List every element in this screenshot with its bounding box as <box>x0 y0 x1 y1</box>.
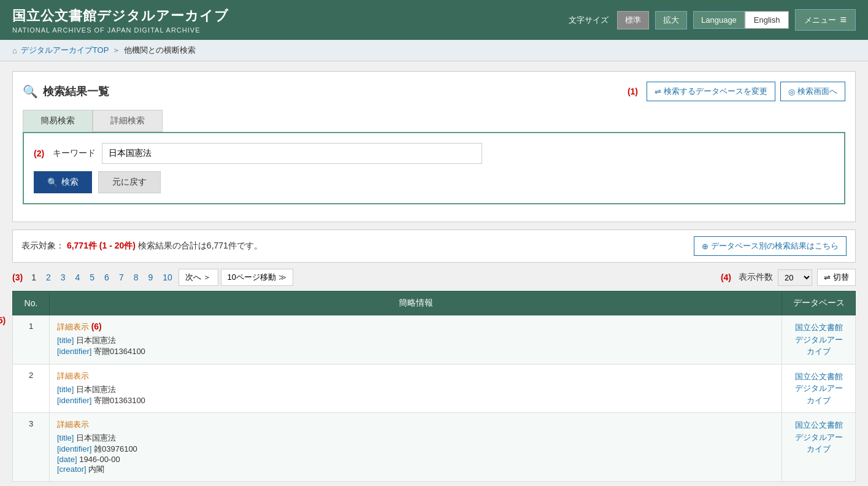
switch-icon: ⇌ <box>824 273 831 282</box>
row-2-detail-link[interactable]: 詳細表示 <box>57 371 89 382</box>
row-2-detail-row: 詳細表示 <box>57 371 774 384</box>
row-1-db-link[interactable]: 国立公文書館デジタルアーカイブ <box>795 323 843 356</box>
tab-advanced-label: 詳細検索 <box>110 115 145 125</box>
row-3-no: 3 <box>13 413 50 482</box>
switch-button[interactable]: ⇌ 切替 <box>817 269 856 286</box>
row-1-detail-link[interactable]: 詳細表示 <box>57 322 89 333</box>
page-3-link[interactable]: 3 <box>57 271 69 284</box>
db-results-button[interactable]: ⊕ データベース別の検索結果はこちら <box>694 236 847 256</box>
search-tabs: 簡易検索 詳細検索 <box>23 110 845 132</box>
breadcrumb-current: 他機関との横断検索 <box>124 45 196 56</box>
row-3-title: [title] 日本国憲法 <box>57 433 774 444</box>
page-10-link[interactable]: 10 <box>159 271 176 284</box>
keyword-label: キーワード <box>53 148 96 159</box>
label-2: (2) <box>34 148 44 158</box>
change-db-button[interactable]: ⇌ 検索するデータベースを変更 <box>647 82 775 101</box>
row-2-db-link[interactable]: 国立公文書館デジタルアーカイブ <box>795 372 843 405</box>
search-magnifier-icon: 🔍 <box>23 84 38 99</box>
pagination-right: (4) 表示件数 20 50 100 ⇌ 切替 <box>721 269 856 286</box>
language-label: Language <box>693 11 745 29</box>
results-prefix: 表示対象： <box>21 241 64 250</box>
label-4: (4) <box>721 272 731 282</box>
page-2-link[interactable]: 2 <box>42 271 55 284</box>
english-button[interactable]: English <box>745 11 789 29</box>
search-button-label: 検索 <box>61 177 79 188</box>
tab-simple-search[interactable]: 簡易検索 <box>23 110 93 132</box>
row-2-title: [title] 日本国憲法 <box>57 384 774 395</box>
page-5-link[interactable]: 5 <box>86 271 98 284</box>
results-count: 6,771件 (1 - 20件) <box>67 241 136 250</box>
row-2-db: 国立公文書館デジタルアーカイブ <box>782 364 856 413</box>
page-9-link[interactable]: 9 <box>145 271 157 284</box>
row-3-db-link[interactable]: 国立公文書館デジタルアーカイブ <box>795 420 843 453</box>
label-5: (5) <box>0 315 6 325</box>
row-2-no: 2 <box>13 364 50 413</box>
results-table: No. 簡略情報 データベース 1 詳細表示 (6) [title] <box>12 291 856 482</box>
table-row: 3 詳細表示 [title] 日本国憲法 [identifier] 雑03976… <box>13 413 856 482</box>
row-2-info: 詳細表示 [title] 日本国憲法 [identifier] 寄贈013631… <box>50 364 782 413</box>
page-1-current: 1 <box>28 271 40 284</box>
keyword-input[interactable] <box>102 143 482 164</box>
row-1-detail-row: 詳細表示 (6) <box>57 322 774 335</box>
language-section: Language English <box>693 11 789 29</box>
change-icon: ⇌ <box>655 87 661 96</box>
header: 国立公文書館デジタルアーカイブ NATIONAL ARCHIVES OF JAP… <box>0 0 868 40</box>
hamburger-icon: ≡ <box>840 14 847 26</box>
row-3-db: 国立公文書館デジタルアーカイブ <box>782 413 856 482</box>
search-screen-button[interactable]: ◎ 検索画面へ <box>780 82 845 101</box>
change-db-label: 検索するデータベースを変更 <box>664 86 767 97</box>
row-1-title: [title] 日本国憲法 <box>57 335 774 346</box>
search-screen-label: 検索画面へ <box>797 86 837 97</box>
main-content: 🔍 検索結果一覧 (1) ⇌ 検索するデータベースを変更 ◎ 検索画面へ <box>0 61 868 486</box>
next-page-button[interactable]: 次へ ＞ <box>179 269 218 286</box>
db-results-icon: ⊕ <box>702 242 709 251</box>
table-row: 2 詳細表示 [title] 日本国憲法 [identifier] 寄贈0136… <box>13 364 856 413</box>
ten-page-button[interactable]: 10ページ移動 ≫ <box>221 269 293 286</box>
font-standard-button[interactable]: 標準 <box>617 11 649 29</box>
label-3: (3) <box>12 272 23 282</box>
row-1-info: 詳細表示 (6) [title] 日本国憲法 [identifier] 寄贈01… <box>50 315 782 364</box>
label-6: (6) <box>91 322 102 331</box>
col-header-no: No. <box>13 291 50 315</box>
label-1: (1) <box>628 87 638 96</box>
row-3-identifier: [identifier] 雑03976100 <box>57 444 774 455</box>
row-3-detail-row: 詳細表示 <box>57 419 774 433</box>
header-controls: 文字サイズ 標準 拡大 Language English メニュー ≡ <box>569 9 856 31</box>
search-form: (2) キーワード 🔍 検索 元に戻す <box>23 132 845 204</box>
menu-button[interactable]: メニュー ≡ <box>795 9 856 31</box>
row-3-date: [date] 1946-00-00 <box>57 455 774 464</box>
row-1-identifier: [identifier] 寄贈01364100 <box>57 346 774 357</box>
search-button[interactable]: 🔍 検索 <box>34 171 92 193</box>
page-7-link[interactable]: 7 <box>115 271 128 284</box>
breadcrumb-separator: ＞ <box>112 45 120 56</box>
table-row: 1 詳細表示 (6) [title] 日本国憲法 [identifier] <box>13 315 856 364</box>
search-card: 🔍 検索結果一覧 (1) ⇌ 検索するデータベースを変更 ◎ 検索画面へ <box>12 71 856 222</box>
row-3-info: 詳細表示 [title] 日本国憲法 [identifier] 雑0397610… <box>50 413 782 482</box>
breadcrumb: ⌂ デジタルアーカイブTOP ＞ 他機関との横断検索 <box>0 40 868 61</box>
home-icon: ⌂ <box>12 46 17 55</box>
row-3-creator: [creator] 内閣 <box>57 464 774 475</box>
menu-label: メニュー <box>804 15 836 26</box>
row-3-detail-link[interactable]: 詳細表示 <box>57 419 89 430</box>
search-title: 検索結果一覧 <box>43 84 109 99</box>
page-8-link[interactable]: 8 <box>130 271 142 284</box>
header-right: (1) ⇌ 検索するデータベースを変更 ◎ 検索画面へ <box>628 82 845 101</box>
page-6-link[interactable]: 6 <box>101 271 113 284</box>
results-info: 表示対象： 6,771件 (1 - 20件) 検索結果の合計は6,771件です。… <box>12 230 856 263</box>
font-large-button[interactable]: 拡大 <box>655 11 687 29</box>
keyword-row: (2) キーワード <box>34 143 834 164</box>
reset-button[interactable]: 元に戻す <box>98 171 161 193</box>
tab-advanced-search[interactable]: 詳細検索 <box>93 110 163 132</box>
per-page-select[interactable]: 20 50 100 <box>778 269 812 286</box>
breadcrumb-home-link[interactable]: デジタルアーカイブTOP <box>21 45 109 56</box>
header-buttons: ⇌ 検索するデータベースを変更 ◎ 検索画面へ <box>647 82 845 101</box>
switch-label: 切替 <box>833 272 849 283</box>
page-4-link[interactable]: 4 <box>72 271 84 284</box>
results-suffix: 検索結果の合計は6,771件です。 <box>138 241 263 250</box>
pagination-left: (3) 1 2 3 4 5 6 7 8 9 10 次へ ＞ 10ページ移動 ≫ <box>12 269 293 286</box>
search-button-icon: 🔍 <box>47 177 58 187</box>
search-title-area: 🔍 検索結果一覧 <box>23 84 109 99</box>
results-text: 表示対象： 6,771件 (1 - 20件) 検索結果の合計は6,771件です。 <box>21 241 263 252</box>
form-buttons: 🔍 検索 元に戻す <box>34 171 834 193</box>
row-1-no: 1 <box>13 315 50 364</box>
